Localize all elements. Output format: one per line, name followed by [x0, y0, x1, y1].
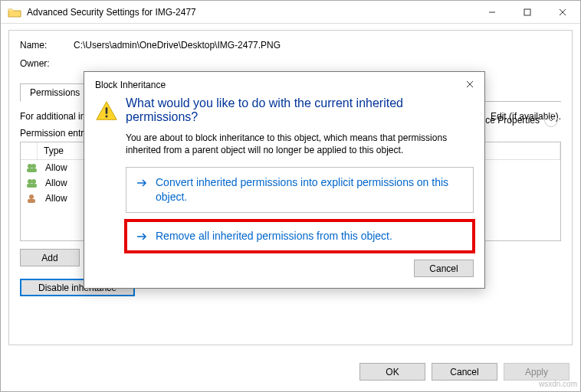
window-title: Advanced Security Settings for IMG-2477: [27, 7, 474, 18]
dialog-body: You are about to block inheritance to th…: [126, 132, 474, 156]
chevron-down-icon[interactable]: [544, 113, 558, 127]
svg-rect-15: [106, 116, 108, 118]
maximize-button[interactable]: [510, 1, 545, 24]
svg-rect-11: [28, 199, 35, 203]
tab-permissions[interactable]: Permissions: [20, 83, 90, 102]
advanced-security-window: Advanced Security Settings for IMG-2477 …: [0, 0, 581, 392]
dialog-footer: OK Cancel Apply: [359, 363, 570, 381]
col-type[interactable]: Type: [38, 142, 88, 159]
minimize-button[interactable]: [474, 1, 510, 24]
dialog-title: Block Inheritance: [95, 80, 166, 90]
add-button[interactable]: Add: [20, 249, 80, 266]
cancel-button[interactable]: Cancel: [432, 363, 497, 381]
titlebar: Advanced Security Settings for IMG-2477: [1, 1, 580, 24]
users-icon: [25, 162, 39, 173]
user-icon: [25, 193, 39, 204]
dialog-heading: What would you like to do with the curre…: [126, 96, 474, 124]
watermark: wsxdn.com: [539, 380, 577, 388]
convert-permissions-option[interactable]: Convert inherited permissions into expli…: [126, 167, 474, 213]
close-icon[interactable]: [466, 80, 474, 90]
name-value: C:\Users\admin\OneDrive\Desktop\IMG-2477…: [74, 40, 281, 51]
owner-label: Owner:: [20, 58, 74, 69]
svg-point-10: [29, 194, 34, 199]
svg-rect-9: [27, 184, 37, 188]
svg-point-8: [31, 179, 36, 184]
warning-icon: [95, 100, 118, 277]
ok-button[interactable]: OK: [359, 363, 425, 381]
block-inheritance-dialog: Block Inheritance What would you like to…: [84, 71, 485, 289]
remove-permissions-option[interactable]: Remove all inherited permissions from th…: [126, 220, 474, 252]
arrow-right-icon: [136, 177, 148, 189]
svg-rect-14: [106, 107, 108, 113]
apply-button[interactable]: Apply: [504, 363, 570, 381]
arrow-right-icon: [136, 230, 148, 243]
folder-icon: [8, 7, 21, 18]
svg-point-5: [31, 164, 36, 168]
close-button[interactable]: [545, 1, 580, 24]
dialog-cancel-button[interactable]: Cancel: [414, 260, 474, 277]
users-icon: [25, 178, 39, 188]
svg-rect-1: [524, 9, 530, 15]
svg-rect-6: [27, 168, 37, 172]
name-label: Name:: [20, 40, 74, 51]
